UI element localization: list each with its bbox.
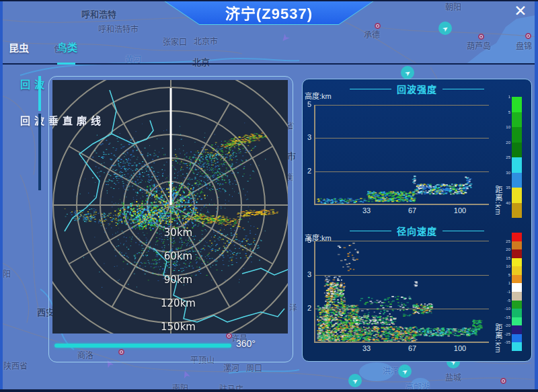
colorbar-label: -15	[496, 315, 510, 319]
map-label: 陕西省	[3, 360, 28, 371]
plot-area	[314, 241, 489, 343]
radar-site-icon: ➤	[398, 364, 412, 378]
colorbar-segment	[512, 317, 522, 326]
colorbar-label: 5	[496, 273, 510, 277]
map-label: 周口	[246, 362, 262, 373]
side-nav-inactive-track	[38, 114, 41, 190]
chart-title: 径向速度	[397, 224, 437, 237]
colorbar-label: 20	[496, 247, 510, 251]
map-label: 葫芦岛	[467, 40, 491, 51]
radar-site-icon: ➤	[401, 66, 414, 79]
colorbar-label: 10	[496, 264, 510, 268]
colorbar-segment	[512, 127, 522, 143]
window-border-bottom	[0, 389, 538, 392]
radar-app-window: { "window": { "title": "济宁(Z9537)", "clo…	[0, 0, 538, 392]
colorbar-segment	[512, 325, 522, 334]
colorbar-segment	[512, 334, 522, 343]
colorbar-label: -35	[496, 340, 510, 344]
velocity-profile-data	[315, 241, 489, 342]
colorbar-label: 25	[496, 155, 510, 159]
title-dash	[350, 89, 391, 89]
colorbar-segment	[512, 157, 522, 173]
colorbar-segment	[512, 203, 522, 219]
colorbar-label: 10	[496, 125, 510, 129]
colorbar-segment	[512, 292, 522, 301]
tab-birds[interactable]: 鸟类	[57, 40, 77, 54]
map-label: 承德	[364, 28, 380, 40]
colorbar-label: 1	[496, 281, 510, 285]
gridline	[315, 138, 489, 139]
colorbar-segment	[512, 266, 522, 275]
window-border-right	[535, 0, 538, 392]
profile-charts-panel: 回波强度 高度:km 距离:km 53233671001510202530354…	[302, 79, 532, 362]
azimuth-value: 360°	[236, 338, 256, 349]
title-dash	[443, 231, 484, 231]
gridline	[315, 171, 489, 172]
page-title: 济宁(Z9537)	[225, 1, 313, 23]
x-tick-label: 33	[358, 344, 375, 352]
map-label: 盘锦	[516, 40, 532, 51]
colorbar-label: 5	[496, 110, 510, 114]
sidebar-item-echo[interactable]: 回波	[17, 79, 46, 91]
y-tick-label: 3	[307, 133, 311, 141]
velocity-colorbar	[512, 233, 522, 351]
map-label: 北京	[192, 55, 210, 68]
colorbar-label: 40	[496, 201, 510, 205]
city-marker-icon	[500, 378, 506, 384]
colorbar-label: -25	[496, 332, 510, 336]
wind-arrow-icon: ➤	[281, 32, 290, 44]
colorbar-segment	[512, 143, 522, 158]
city-marker-icon	[525, 33, 531, 39]
y-tick-label: 2	[307, 304, 311, 312]
plot-area	[314, 105, 489, 205]
wind-arrow-icon: ➤	[182, 368, 190, 381]
gridline	[315, 105, 489, 106]
tabs-divider	[0, 63, 538, 65]
map-label: 呼和浩特市	[98, 23, 139, 34]
chart-title: 回波强度	[397, 82, 437, 95]
intensity-colorbar	[512, 97, 522, 218]
colorbar-segment	[512, 283, 522, 292]
gridline	[315, 275, 489, 276]
x-tick-label: 100	[452, 206, 468, 214]
map-label: 朝阳	[445, 1, 461, 12]
colorbar-label: -5	[496, 299, 510, 303]
y-tick-label: 5	[307, 236, 311, 244]
tab-insects[interactable]: 昆虫	[9, 40, 29, 54]
side-nav-active-indicator	[38, 76, 41, 111]
colorbar-segment	[512, 342, 522, 351]
colorbar-label: 35	[496, 186, 510, 190]
window-border-left	[0, 0, 3, 392]
azimuth-slider[interactable]	[54, 344, 231, 348]
x-tick-label: 67	[404, 206, 420, 214]
x-axis-label: 距离:km	[493, 323, 504, 354]
y-tick-label: 5	[307, 100, 311, 108]
colorbar-segment	[512, 301, 522, 309]
side-nav-track	[38, 76, 41, 192]
colorbar-segment	[512, 97, 522, 112]
gridline	[315, 241, 489, 241]
colorbar-segment	[512, 258, 522, 267]
colorbar-segment	[512, 275, 522, 284]
window-header: 济宁(Z9537)	[163, 0, 375, 24]
city-marker-icon	[375, 23, 381, 29]
sidebar-item-echo-vertical-profile[interactable]: 回波垂直廓线	[17, 116, 102, 128]
x-tick-label: 67	[404, 344, 420, 352]
colorbar-segment	[512, 112, 522, 128]
colorbar-segment	[512, 249, 522, 258]
colorbar-segment	[512, 188, 522, 203]
intensity-profile-data	[315, 105, 489, 204]
colorbar-label: -20	[496, 323, 510, 327]
city-marker-icon	[478, 34, 484, 40]
window-border-top	[0, 0, 538, 1]
active-tab-indicator	[57, 63, 75, 65]
colorbar-segment	[512, 173, 522, 188]
colorbar-label: 30	[496, 171, 510, 175]
y-tick-label: 2	[307, 167, 311, 175]
radar-site-icon: ➤	[348, 374, 362, 387]
colorbar-label: -1	[496, 290, 510, 294]
close-icon[interactable]: ✕	[511, 1, 530, 20]
y-tick-label: 3	[307, 270, 311, 278]
colorbar-segment	[512, 309, 522, 317]
colorbar-label: 25	[496, 239, 510, 243]
